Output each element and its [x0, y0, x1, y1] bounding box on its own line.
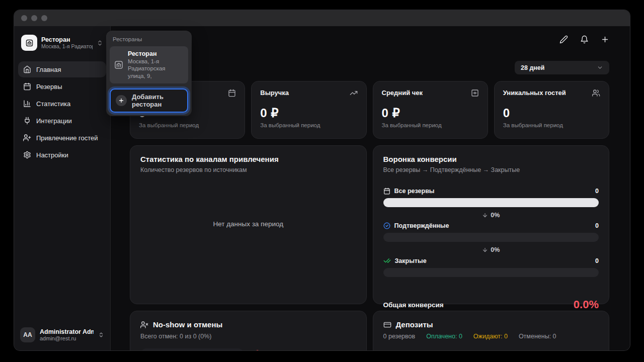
sidebar-item-settings[interactable]: Настройки: [18, 147, 106, 163]
funnel-drop-percent: 0%: [491, 246, 500, 253]
stat-caption: За выбранный период: [382, 122, 479, 128]
dropdown-restaurant-name: Ресторан: [128, 50, 184, 57]
channels-card: Статистика по каналам привлечения Количе…: [130, 145, 367, 304]
stat-card-average-check: Средний чек 0 ₽ За выбранный период: [373, 81, 488, 139]
chevron-down-icon: [597, 64, 603, 71]
deposits-pending: Ожидают: 0: [473, 333, 508, 340]
funnel-drop-percent: 0%: [491, 212, 500, 219]
add-restaurant-button[interactable]: Добавить ресторан: [110, 88, 188, 113]
deposits-card: Депозиты 0 резервов Оплачено: 0 Ожидают:…: [373, 311, 610, 350]
window-control-dot[interactable]: [41, 15, 47, 21]
restaurant-logo-icon: [21, 35, 37, 51]
chevrons-up-down-icon: [98, 332, 104, 338]
sidebar-item-label: Интеграции: [36, 117, 72, 125]
app-window: Ресторан Москва, 1-я Радиатор... Главная…: [14, 10, 630, 350]
plus-icon[interactable]: [601, 35, 609, 44]
window-control-dot[interactable]: [21, 15, 27, 21]
stat-cards-row: Всего резервов 0 За выбранный период Выр…: [130, 81, 609, 139]
credit-card-icon: [383, 321, 391, 329]
funnel-bar-all: [383, 198, 599, 207]
user-x-icon: [140, 321, 148, 329]
window-titlebar: [14, 10, 630, 26]
sidebar-item-label: Настройки: [36, 151, 68, 159]
funnel-stage-label: Закрытые: [395, 257, 427, 264]
funnel-stage-label: Все резервы: [394, 188, 435, 195]
deposits-cancelled: Отменены: 0: [519, 333, 556, 340]
noshow-title: No-show и отмены: [153, 320, 222, 329]
funnel-bar-closed: [383, 268, 599, 277]
funnel-stage-value: 0: [595, 257, 599, 264]
stat-caption: За выбранный период: [139, 122, 236, 128]
funnel-subtitle: Все резервы → Подтверждённые → Закрытые: [383, 166, 599, 173]
stat-caption: За выбранный период: [503, 122, 600, 128]
user-name: Administrator Admi...: [40, 328, 94, 335]
bottom-cards-row: No-show и отмены Всего отмен: 0 из 0 (0%…: [130, 311, 609, 350]
building-icon: [114, 60, 124, 70]
funnel-body: Все резервы 0 0% Подтверждё: [383, 187, 599, 277]
restaurant-name: Ресторан: [41, 36, 93, 43]
dropdown-restaurant-item[interactable]: Ресторан Москва, 1-я Радиаторская улица,…: [110, 46, 188, 83]
user-menu[interactable]: AA Administrator Admi... admin@rest.ru: [18, 324, 106, 345]
plus-icon: [116, 95, 127, 106]
restaurant-location: Москва, 1-я Радиатор...: [41, 43, 93, 49]
stat-title: Выручка: [260, 89, 289, 97]
user-email: admin@rest.ru: [40, 335, 94, 341]
check-check-icon: [383, 257, 391, 264]
sidebar-item-reserves[interactable]: Резервы: [18, 78, 106, 95]
sidebar-item-home[interactable]: Главная: [18, 61, 106, 77]
trending-up-icon: [350, 89, 358, 97]
funnel-stage-label: Подтверждённые: [394, 222, 449, 229]
noshow-chart-placeholder: [140, 348, 244, 350]
noshow-card: No-show и отмены Всего отмен: 0 из 0 (0%…: [130, 311, 367, 350]
funnel-bar-confirmed: [383, 233, 599, 242]
deposits-count: 0 резервов: [383, 333, 416, 340]
channels-empty-state: Нет данных за период: [140, 173, 356, 295]
middle-cards-row: Статистика по каналам привлечения Количе…: [130, 145, 609, 304]
funnel-stage-value: 0: [595, 188, 599, 195]
channels-title: Статистика по каналам привлечения: [140, 155, 356, 163]
sidebar-item-label: Привлечение гостей: [36, 134, 98, 142]
bell-icon[interactable]: [580, 35, 589, 44]
user-plus-icon: [23, 134, 31, 142]
dropdown-restaurant-address: Москва, 1-я Радиаторская улица, 9,: [128, 58, 184, 79]
gear-icon: [23, 151, 31, 159]
stat-value: 0: [503, 106, 600, 120]
restaurant-selector[interactable]: Ресторан Москва, 1-я Радиатор...: [18, 31, 106, 54]
noshow-subtitle: Всего отмен: 0 из 0 (0%): [140, 333, 356, 340]
stat-caption: За выбранный период: [260, 122, 357, 128]
arrow-down-icon: [482, 247, 488, 253]
sidebar: Ресторан Москва, 1-я Радиатор... Главная…: [14, 26, 111, 350]
avatar: AA: [20, 327, 35, 342]
add-restaurant-label: Добавить ресторан: [132, 93, 182, 108]
calendar-icon: [228, 89, 236, 97]
window-control-dot[interactable]: [31, 15, 37, 21]
banknote-icon: [471, 89, 479, 97]
stat-value: 0 ₽: [260, 106, 357, 120]
sidebar-item-integrations[interactable]: Интеграции: [18, 113, 106, 129]
chevrons-up-down-icon: [97, 40, 103, 46]
deposits-paid: Оплачено: 0: [426, 333, 462, 340]
plug-icon: [23, 117, 31, 125]
sidebar-item-label: Главная: [36, 66, 61, 73]
home-icon: [23, 65, 31, 73]
sidebar-item-label: Статистика: [36, 100, 70, 108]
sidebar-item-guest-acquisition[interactable]: Привлечение гостей: [18, 130, 106, 146]
arrow-down-icon: [482, 212, 488, 218]
calendar-icon: [23, 82, 31, 90]
funnel-total-label: Общая конверсия: [383, 301, 444, 309]
period-select-value: 28 дней: [521, 64, 545, 71]
funnel-title: Воронка конверсии: [383, 155, 599, 163]
funnel-stage-value: 0: [595, 222, 599, 229]
stat-value: 0 ₽: [382, 106, 479, 120]
deposits-stats-row: 0 резервов Оплачено: 0 Ожидают: 0 Отмене…: [383, 333, 599, 340]
users-icon: [592, 89, 600, 97]
edit-icon[interactable]: [559, 35, 568, 44]
header-actions: [130, 31, 609, 47]
funnel-total-value: 0.0%: [574, 298, 599, 311]
sidebar-item-statistics[interactable]: Статистика: [18, 96, 106, 112]
check-circle-icon: [383, 222, 390, 229]
stat-title: Средний чек: [382, 89, 423, 97]
period-select[interactable]: 28 дней: [515, 61, 609, 74]
calendar-icon: [383, 188, 390, 195]
stat-title: Уникальных гостей: [503, 89, 566, 97]
